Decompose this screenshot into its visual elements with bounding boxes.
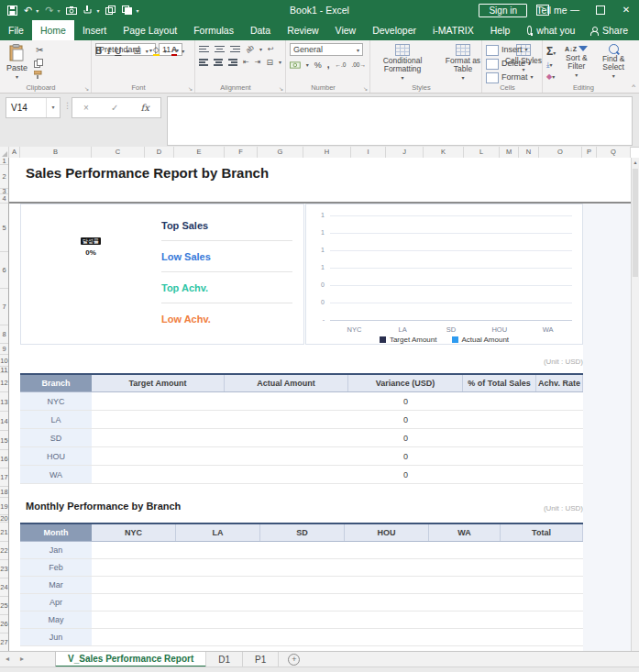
close-button[interactable]: ✕ bbox=[613, 0, 639, 20]
table-cell[interactable] bbox=[345, 559, 429, 576]
row-header-23[interactable]: 23 bbox=[0, 560, 8, 578]
formula-input[interactable] bbox=[167, 96, 633, 146]
table-row[interactable]: Feb bbox=[20, 559, 583, 577]
row-header-1[interactable]: 1 bbox=[0, 158, 8, 165]
table-row[interactable]: Jan bbox=[20, 542, 583, 559]
table-cell[interactable]: 0 bbox=[348, 429, 463, 446]
increase-indent-icon[interactable]: ⇥ bbox=[255, 58, 261, 66]
sheet-tab-p1[interactable]: P1 bbox=[243, 652, 279, 667]
table-cell[interactable] bbox=[501, 559, 583, 576]
kpi-item-top-achv-[interactable]: Top Achv. bbox=[161, 272, 292, 303]
table-row[interactable]: Jun bbox=[20, 629, 583, 646]
column-header-B[interactable]: B bbox=[20, 147, 92, 158]
column-header-K[interactable]: K bbox=[424, 147, 464, 158]
tab-help[interactable]: Help bbox=[482, 20, 519, 40]
row-header-16[interactable]: 16 bbox=[0, 450, 8, 468]
fill-color-dropdown-icon[interactable]: ▾ bbox=[164, 48, 167, 54]
table-cell[interactable] bbox=[92, 466, 225, 483]
table-cell[interactable] bbox=[92, 447, 225, 465]
table-cell[interactable] bbox=[429, 629, 501, 645]
row-header-4[interactable]: 4 bbox=[0, 194, 8, 204]
table-cell[interactable] bbox=[463, 429, 536, 446]
column-header-O[interactable]: O bbox=[539, 147, 582, 158]
align-right-icon[interactable] bbox=[228, 58, 237, 68]
number-dialog-launcher-icon[interactable]: ↘ bbox=[363, 85, 368, 92]
table-cell[interactable] bbox=[463, 466, 536, 483]
table-cell[interactable] bbox=[225, 411, 348, 428]
borders-icon[interactable]: ⊞ bbox=[133, 46, 140, 56]
column-header-L[interactable]: L bbox=[464, 147, 500, 158]
sheet-tab-active[interactable]: V_Sales Performance Report bbox=[55, 652, 206, 667]
accounting-format-icon[interactable] bbox=[290, 61, 301, 69]
row-label-cell[interactable]: May bbox=[20, 611, 92, 628]
row-header-18[interactable]: 18 bbox=[0, 487, 8, 498]
table-cell[interactable] bbox=[92, 392, 225, 410]
row-header-24[interactable]: 24 bbox=[0, 578, 8, 597]
name-box[interactable]: V14 ▾ bbox=[6, 97, 61, 118]
column-header-H[interactable]: H bbox=[303, 147, 351, 158]
find-select-button[interactable]: Find & Select ▾ bbox=[597, 43, 630, 83]
number-format-select[interactable]: General▾ bbox=[290, 43, 363, 56]
insert-function-icon[interactable]: fx bbox=[141, 103, 149, 113]
borders-dropdown-icon[interactable]: ▾ bbox=[146, 48, 149, 54]
tab-home[interactable]: Home bbox=[32, 20, 74, 40]
row-label-cell[interactable]: HOU bbox=[20, 447, 92, 465]
table-row[interactable]: Mar bbox=[20, 577, 583, 594]
table-cell[interactable] bbox=[225, 466, 348, 483]
sign-in-button[interactable]: Sign in bbox=[479, 4, 527, 17]
customize-qat-icon[interactable]: ▾ bbox=[136, 7, 138, 14]
clipboard-dialog-launcher-icon[interactable]: ↘ bbox=[84, 85, 89, 92]
row-header-5[interactable]: 5 bbox=[0, 204, 8, 252]
table-row[interactable]: SD0 bbox=[20, 429, 583, 447]
touch-mode-icon[interactable] bbox=[83, 6, 93, 15]
redo-dropdown-icon[interactable]: ▾ bbox=[57, 7, 60, 14]
paste-button[interactable]: Paste ▾ bbox=[4, 43, 30, 83]
table-cell[interactable] bbox=[345, 629, 429, 645]
camera-icon[interactable] bbox=[66, 6, 77, 15]
table-cell[interactable] bbox=[92, 577, 176, 593]
row-label-cell[interactable]: Mar bbox=[20, 577, 92, 593]
table-cell[interactable] bbox=[536, 447, 583, 465]
enter-icon[interactable]: ✓ bbox=[111, 103, 118, 113]
column-header-G[interactable]: G bbox=[258, 147, 303, 158]
orientation-icon[interactable]: ab bbox=[244, 43, 256, 55]
cancel-icon[interactable]: × bbox=[83, 103, 89, 113]
italic-button[interactable]: I bbox=[106, 46, 110, 56]
decrease-indent-icon[interactable]: ⇤ bbox=[243, 58, 249, 66]
column-header-M[interactable]: M bbox=[500, 147, 519, 158]
align-middle-icon[interactable] bbox=[215, 44, 225, 54]
row-header-26[interactable]: 26 bbox=[0, 615, 8, 633]
table-cell[interactable] bbox=[501, 594, 583, 611]
paste-dropdown-icon[interactable]: ▾ bbox=[16, 73, 18, 80]
tab-data[interactable]: Data bbox=[242, 20, 279, 40]
fill-color-icon[interactable]: ◇ bbox=[153, 45, 160, 56]
column-header-A[interactable]: A bbox=[9, 147, 20, 158]
row-header-11[interactable]: 11 bbox=[0, 367, 8, 373]
table-cell[interactable] bbox=[501, 577, 583, 593]
maximize-button[interactable] bbox=[588, 0, 613, 20]
row-header-20[interactable]: 20 bbox=[0, 515, 8, 523]
table-row[interactable]: NYC0 bbox=[20, 392, 583, 411]
row-header-13[interactable]: 13 bbox=[0, 392, 8, 412]
kpi-item-low-sales[interactable]: Low Sales bbox=[161, 241, 292, 271]
percent-style-button[interactable]: % bbox=[314, 61, 322, 70]
row-label-cell[interactable]: Feb bbox=[20, 559, 92, 576]
row-header-9[interactable]: 9 bbox=[0, 344, 8, 355]
table-cell[interactable] bbox=[429, 611, 501, 628]
table-cell[interactable] bbox=[463, 411, 536, 428]
accounting-dropdown-icon[interactable]: ▾ bbox=[306, 61, 309, 68]
cells-insert-button[interactable]: Insert▾ bbox=[486, 44, 538, 56]
cut-icon[interactable]: ✂ bbox=[34, 45, 45, 56]
save-icon[interactable] bbox=[7, 6, 17, 16]
column-header-E[interactable]: E bbox=[174, 147, 225, 158]
row-label-cell[interactable]: NYC bbox=[20, 392, 92, 410]
column-header-D[interactable]: D bbox=[145, 147, 174, 158]
kpi-panel[interactable]: 달성률 0% Top SalesLow SalesTop Achv.Low Ac… bbox=[20, 204, 304, 345]
fill-button[interactable]: ⤓▾ bbox=[546, 60, 556, 70]
table-cell[interactable] bbox=[92, 594, 176, 611]
undo-icon[interactable]: ↶ bbox=[24, 0, 32, 20]
copy-cells-icon[interactable] bbox=[105, 6, 116, 15]
sheet-canvas[interactable]: Sales Performance Report by Branch 달성률 0… bbox=[9, 158, 631, 651]
merge-center-icon[interactable]: ⊟ bbox=[266, 58, 273, 67]
tab-review[interactable]: Review bbox=[279, 20, 326, 40]
